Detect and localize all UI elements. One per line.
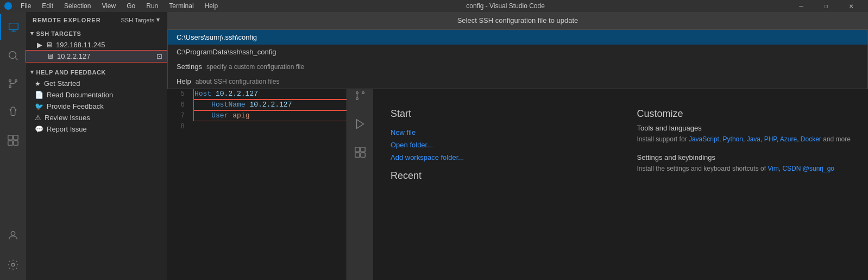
- activity-search-icon[interactable]: [0, 42, 26, 69]
- svg-point-5: [9, 80, 11, 82]
- new-file-link[interactable]: New file: [391, 128, 605, 136]
- app-icon: [4, 2, 12, 10]
- vim-link[interactable]: Vim: [768, 165, 778, 172]
- connect-icon[interactable]: ⊡: [156, 52, 162, 60]
- add-workspace-link[interactable]: Add workspace folder...: [391, 153, 605, 161]
- help-item-report-issue[interactable]: 💬 Report Issue: [26, 123, 167, 135]
- chevron-down-icon: ▾: [30, 69, 34, 76]
- dropdown-item-desc: about SSH configuration files: [196, 78, 280, 85]
- menu-help[interactable]: Help: [200, 1, 223, 11]
- dropdown-item-label: Help: [177, 77, 191, 85]
- dropdown-item-3[interactable]: Help about SSH configuration files: [168, 74, 867, 89]
- svg-point-14: [11, 263, 15, 266]
- target-name: 192.168.11.245: [56, 41, 105, 49]
- js-link[interactable]: JavaScript: [689, 135, 719, 143]
- java-link[interactable]: Java: [747, 135, 760, 143]
- help-section-title[interactable]: ▾ HELP AND FEEDBACK: [26, 66, 167, 78]
- help-item-provide-feedback[interactable]: 🐦 Provide Feedback: [26, 101, 167, 112]
- azure-link[interactable]: Azure: [780, 135, 797, 143]
- twitter-icon: 🐦: [35, 102, 43, 110]
- settings-title: Settings and keybindings: [637, 153, 851, 161]
- minimize-button[interactable]: ─: [789, 0, 814, 12]
- second-activity-debug[interactable]: [347, 111, 373, 137]
- open-folder-link[interactable]: Open folder...: [391, 141, 605, 149]
- target-name: 10.2.2.127: [57, 52, 90, 60]
- start-title: Start: [391, 108, 605, 120]
- menu-view[interactable]: View: [97, 1, 120, 11]
- svg-rect-24: [361, 147, 365, 152]
- dropdown-list: C:\Users\sunrj\.ssh\config C:\ProgramDat…: [167, 29, 868, 89]
- dropdown-item-label: C:\Users\sunrj\.ssh\config: [177, 33, 257, 41]
- editor-area: Select SSH configuration file to update …: [167, 12, 868, 280]
- activity-extensions-icon[interactable]: [0, 127, 26, 153]
- php-link[interactable]: PHP: [764, 135, 777, 143]
- python-link[interactable]: Python: [723, 135, 743, 143]
- chevron-down-icon: ▾: [156, 16, 160, 23]
- menu-terminal[interactable]: Terminal: [165, 1, 198, 11]
- code-keyword: User: [211, 110, 232, 121]
- customize-title: Customize: [637, 108, 851, 120]
- ssh-targets-section[interactable]: ▾ SSH TARGETS: [26, 28, 167, 39]
- svg-rect-25: [355, 153, 360, 157]
- svg-point-3: [9, 52, 16, 59]
- svg-rect-9: [8, 135, 12, 140]
- code-user-value: apig: [232, 110, 249, 121]
- comment-icon: 💬: [35, 125, 43, 133]
- doc-icon: 📄: [35, 91, 43, 99]
- svg-rect-11: [8, 141, 12, 145]
- sidebar: Remote Explorer SSH Targets ▾ ▾ SSH TARG…: [26, 12, 167, 280]
- menu-run[interactable]: Run: [142, 1, 162, 11]
- dropdown-item-1[interactable]: C:\ProgramData\ssh\ssh_config: [168, 45, 867, 59]
- menu-selection[interactable]: Selection: [60, 1, 95, 11]
- docker-link[interactable]: Docker: [801, 135, 821, 143]
- ssh-target-item[interactable]: ▶ 🖥 192.168.11.245: [26, 39, 167, 51]
- svg-rect-23: [355, 147, 360, 152]
- welcome-right: Customize Tools and languages Install su…: [637, 108, 851, 279]
- menu-go[interactable]: Go: [122, 1, 140, 11]
- star-icon: ★: [35, 80, 41, 88]
- svg-point-19: [356, 98, 358, 100]
- svg-rect-0: [9, 23, 18, 30]
- activity-accounts-icon[interactable]: [0, 222, 26, 248]
- dropdown-item-label: C:\ProgramData\ssh\ssh_config: [177, 48, 276, 56]
- csdn-link[interactable]: CSDN @sunrj_go: [782, 165, 834, 172]
- help-item-review-issues[interactable]: ⚠ Review Issues: [26, 112, 167, 123]
- code-value: 10.2.2.127: [216, 89, 258, 99]
- activity-debug-icon[interactable]: [0, 99, 26, 125]
- tools-desc: Install support for JavaScript, Python, …: [637, 134, 851, 145]
- welcome-left: Start New file Open folder... Add worksp…: [391, 108, 605, 279]
- svg-line-4: [15, 58, 17, 60]
- help-item-read-documentation[interactable]: 📄 Read Documentation: [26, 89, 167, 101]
- code-keyword: HostName: [211, 99, 249, 110]
- svg-rect-12: [14, 141, 18, 145]
- dropdown-title: Select SSH configuration file to update: [167, 12, 868, 29]
- recent-section: Recent: [391, 170, 605, 182]
- maximize-button[interactable]: □: [814, 0, 839, 12]
- code-value: 10.2.2.127: [249, 99, 292, 110]
- menu-file[interactable]: File: [16, 1, 35, 11]
- svg-point-13: [11, 232, 15, 235]
- second-activity-extensions[interactable]: [347, 139, 373, 165]
- svg-point-7: [15, 80, 17, 82]
- activity-remote-icon[interactable]: [0, 14, 26, 40]
- tools-more: and more: [823, 135, 851, 143]
- monitor-icon: 🖥: [46, 41, 53, 49]
- dropdown-item-0[interactable]: C:\Users\sunrj\.ssh\config: [168, 30, 867, 45]
- window-title: config - Visual Studio Code: [224, 2, 787, 10]
- svg-point-6: [9, 86, 11, 88]
- top-menu-bar: File Edit Selection View Go Run Terminal…: [0, 0, 868, 12]
- activity-settings-icon[interactable]: [0, 252, 26, 278]
- expand-icon: ▶: [37, 41, 42, 49]
- sidebar-dropdown[interactable]: SSH Targets ▾: [121, 16, 160, 23]
- code-host: Host: [194, 89, 216, 99]
- dropdown-item-2[interactable]: Settings specify a custom configuration …: [168, 59, 867, 74]
- activity-source-control-icon[interactable]: [0, 71, 26, 97]
- help-item-get-started[interactable]: ★ Get Started: [26, 78, 167, 89]
- ssh-target-selected-item[interactable]: 🖥 10.2.2.127 ⊡: [26, 51, 167, 62]
- settings-desc: Install the settings and keyboard shortc…: [637, 164, 851, 174]
- window-controls: ─ □ ✕: [789, 0, 864, 12]
- activity-bar: [0, 12, 26, 280]
- close-button[interactable]: ✕: [839, 0, 864, 12]
- svg-point-20: [362, 92, 364, 94]
- menu-edit[interactable]: Edit: [37, 1, 58, 11]
